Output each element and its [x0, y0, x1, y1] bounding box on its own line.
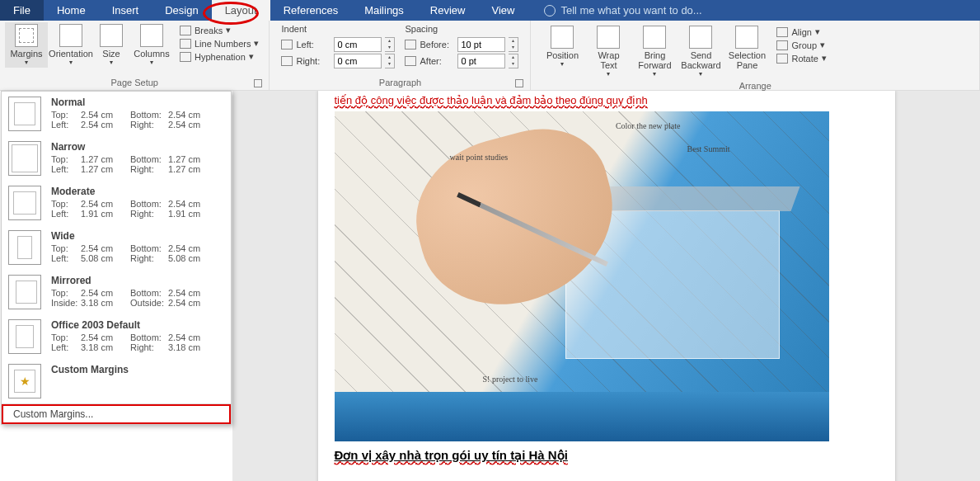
dialog-launcher-icon[interactable]: [254, 79, 262, 87]
bring-forward-icon: [643, 26, 666, 49]
margin-preset-office[interactable]: Office 2003 Default Top:2.54 cmBottom:2.…: [2, 314, 231, 359]
align-icon: [776, 27, 788, 37]
margin-preset-icon: [8, 97, 41, 131]
position-icon: [551, 26, 574, 49]
line-numbers-button[interactable]: Line Numbers ▾: [178, 37, 260, 50]
annotation-box: [2, 404, 231, 424]
indent-header: Indent: [281, 24, 395, 34]
rotate-button[interactable]: Rotate ▾: [775, 52, 828, 64]
margin-custom-icon: [8, 364, 41, 398]
selection-pane-icon: [735, 26, 758, 49]
margins-button[interactable]: Margins▾: [5, 22, 48, 68]
margin-preset-icon: [8, 141, 41, 176]
spinner[interactable]: ▴▾: [385, 54, 395, 68]
menu-bar: File Home Insert Design Layout Reference…: [0, 0, 980, 21]
hyphenation-icon: [180, 52, 191, 62]
group-arrange: Position▾ Wrap Text▾ Bring Forward▾ Send…: [531, 21, 980, 91]
spinner[interactable]: ▴▾: [385, 37, 395, 52]
group-paragraph: Indent Left:▴▾ Right:▴▾ Spacing Before:▴…: [270, 21, 531, 91]
wrap-text-button[interactable]: Wrap Text▾: [587, 24, 630, 79]
indent-right-input[interactable]: [334, 54, 382, 68]
margins-icon: [15, 24, 38, 47]
position-button[interactable]: Position▾: [541, 24, 584, 69]
margins-dropdown: Normal Top:2.54 cmBottom:2.54 cm Left:2.…: [1, 91, 232, 425]
bulb-icon: [544, 5, 556, 17]
columns-icon: [140, 24, 163, 47]
tab-review[interactable]: Review: [417, 0, 479, 21]
spacing-before-input[interactable]: [457, 37, 505, 52]
tab-layout[interactable]: Layout: [212, 0, 270, 21]
margin-preset-icon: [8, 319, 41, 354]
document-image: wait point studies Color the new plate B…: [335, 111, 829, 441]
size-icon: [100, 24, 123, 47]
page: tiến độ công việc được thảo luận và đảm …: [318, 91, 895, 481]
spacing-before-icon: [405, 40, 416, 50]
margin-preset-mirrored[interactable]: Mirrored Top:2.54 cmBottom:2.54 cm Insid…: [2, 270, 231, 314]
document-area[interactable]: tiến độ công việc được thảo luận và đảm …: [232, 91, 980, 481]
indent-right-icon: [281, 56, 293, 66]
margin-preset-moderate[interactable]: Moderate Top:2.54 cmBottom:2.54 cm Left:…: [2, 181, 231, 225]
rotate-icon: [776, 54, 788, 64]
tab-home[interactable]: Home: [44, 0, 99, 21]
ribbon: Margins▾ Orientation▾ Size▾ Columns▾ Bre…: [0, 21, 980, 91]
margin-preset-icon: [8, 275, 41, 309]
columns-button[interactable]: Columns▾: [130, 22, 173, 68]
send-backward-icon: [689, 26, 712, 49]
dialog-launcher-icon[interactable]: [515, 79, 523, 87]
margin-preset-icon: [8, 186, 41, 220]
group-button[interactable]: Group ▾: [775, 39, 828, 51]
selection-pane-button[interactable]: Selection Pane: [725, 24, 768, 72]
margin-preset-custom[interactable]: Custom Margins: [2, 359, 231, 403]
breaks-button[interactable]: Breaks ▾: [178, 24, 260, 36]
spinner[interactable]: ▴▾: [509, 37, 518, 52]
orientation-button[interactable]: Orientation▾: [49, 22, 92, 68]
group-label-paragraph: Paragraph: [274, 78, 525, 89]
spacing-after-icon: [405, 56, 416, 66]
line-numbers-icon: [180, 39, 191, 49]
tab-references[interactable]: References: [270, 0, 351, 21]
group-icon: [776, 40, 788, 50]
spinner[interactable]: ▴▾: [509, 54, 518, 68]
breaks-icon: [180, 26, 191, 35]
spacing-header: Spacing: [405, 24, 518, 34]
hyphenation-button[interactable]: Hyphenation ▾: [178, 50, 260, 63]
document-heading: Đơn vị xây nhà trọn gói uy tín tại Hà Nộ…: [335, 448, 879, 463]
wrap-text-icon: [597, 26, 620, 49]
align-button[interactable]: Align ▾: [775, 26, 828, 38]
orientation-icon: [59, 24, 82, 47]
margin-preset-narrow[interactable]: Narrow Top:1.27 cmBottom:1.27 cm Left:1.…: [2, 136, 231, 181]
group-label-page-setup: Page Setup: [5, 78, 264, 89]
send-backward-button[interactable]: Send Backward▾: [679, 24, 722, 79]
size-button[interactable]: Size▾: [94, 22, 129, 68]
tab-file[interactable]: File: [0, 0, 44, 21]
document-text: tiến độ công việc được thảo luận và đảm …: [335, 94, 879, 106]
tab-view[interactable]: View: [478, 0, 528, 21]
margin-preset-normal[interactable]: Normal Top:2.54 cmBottom:2.54 cm Left:2.…: [2, 92, 231, 136]
custom-margins-command[interactable]: Custom Margins...: [2, 404, 231, 424]
indent-left-icon: [281, 40, 293, 50]
indent-left-input[interactable]: [334, 37, 382, 52]
tell-me-search[interactable]: Tell me what you want to do...: [544, 4, 701, 17]
tab-design[interactable]: Design: [152, 0, 211, 21]
tab-mailings[interactable]: Mailings: [351, 0, 417, 21]
group-page-setup: Margins▾ Orientation▾ Size▾ Columns▾ Bre…: [0, 21, 270, 91]
bring-forward-button[interactable]: Bring Forward▾: [633, 24, 676, 79]
spacing-after-input[interactable]: [457, 54, 505, 68]
margin-preset-wide[interactable]: Wide Top:2.54 cmBottom:2.54 cm Left:5.08…: [2, 225, 231, 270]
tab-insert[interactable]: Insert: [99, 0, 152, 21]
margin-preset-icon: [8, 230, 41, 265]
